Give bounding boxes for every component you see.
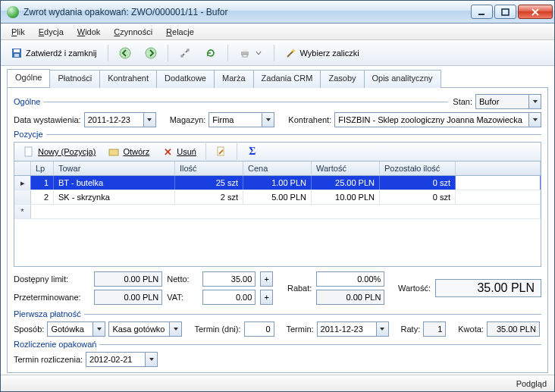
sum-button[interactable]: Σ [241,143,264,161]
group-settlement-label: Rozliczenie opakowań [14,340,99,349]
termin-dni-label: Termin (dni): [194,325,240,334]
sposob-dropdown[interactable] [92,321,105,337]
termin-input[interactable] [317,321,376,337]
stan-value[interactable] [475,94,528,109]
col-rowmark [14,162,31,175]
tab-strip: Ogólne Płatności Kontrahent Dodatkowe Ma… [7,69,548,88]
wand-icon [285,47,297,59]
kontrahent-input[interactable] [334,112,528,127]
tab-dodatkowe[interactable]: Dodatkowe [156,70,215,88]
svg-point-7 [180,55,183,58]
stan-dropdown[interactable] [528,94,541,109]
close-button[interactable] [518,5,553,19]
svg-rect-10 [243,49,247,52]
svg-point-6 [146,48,156,58]
wartosc-value: 35.00 PLN [435,279,541,297]
maximize-button[interactable] [494,5,516,19]
col-cena[interactable]: Cena [243,162,312,175]
preview-link[interactable]: Podgląd [516,379,547,388]
new-position-button[interactable]: Nowy (Pozycja) [17,143,101,161]
confirm-close-button[interactable]: Zatwierdź i zamknij [5,44,102,62]
new-row-icon: * [14,205,31,218]
table-row[interactable]: 2 SK - skrzynka 2 szt 5.00 PLN 10.00 PLN… [14,190,541,205]
col-towar[interactable]: Towar [54,162,175,175]
vat-plus-button[interactable]: + [260,290,273,305]
termin-dni-input[interactable] [244,321,274,337]
table-row-new[interactable]: * [14,205,541,219]
tab-platnosci[interactable]: Płatności [49,70,100,88]
raty-label: Raty: [401,325,421,334]
open-icon [108,146,120,158]
date-input[interactable] [84,112,143,127]
arrow-right-icon [145,47,157,59]
svg-rect-11 [243,55,247,57]
kwota-input[interactable] [487,321,540,337]
magazyn-input[interactable] [209,112,262,127]
edit-button[interactable] [210,143,233,161]
print-icon [239,47,251,59]
magazyn-label: Magazyn: [170,115,206,124]
tools-button[interactable] [174,44,196,62]
rabat-value: 0.00 PLN [316,290,384,305]
positions-toolbar: Nowy (Pozycja) Otwórz ✕Usuń Σ [14,142,541,162]
raty-input[interactable] [423,321,446,337]
window-title: Zwrot wydania opakowań: ZWO/000001/11 - … [24,7,471,17]
overdue-label: Przeterminowane: [14,293,89,302]
menu-widok[interactable]: Widok [71,26,107,38]
tab-opis-analityczny[interactable]: Opis analityczny [364,70,441,88]
tab-zadania-crm[interactable]: Zadania CRM [253,70,321,88]
netto-value[interactable]: 35.00 [202,271,256,287]
menu-bar: Plik Edycja Widok Czynności Relacje [1,24,554,40]
termin-dropdown[interactable] [376,321,389,337]
netto-plus-button[interactable]: + [260,271,273,287]
kontrahent-dropdown[interactable] [528,112,541,127]
tab-zasoby[interactable]: Zasoby [320,70,364,88]
vat-value[interactable]: 0.00 [202,290,256,305]
tab-panel-ogolne: Ogólne Stan: Data wystawienia: Magazyn: … [7,88,548,373]
date-label: Data wystawienia: [14,115,81,124]
kasa-input[interactable] [108,321,169,337]
group-payment-label: Pierwsza płatność [14,309,84,318]
settlement-termin-label: Termin rozliczenia: [14,355,83,364]
settlement-termin-input[interactable] [86,352,145,367]
sposob-input[interactable] [47,321,92,337]
rabat-pct[interactable]: 0.00% [316,271,384,287]
edit-icon [215,146,227,158]
termin-label: Termin: [287,325,314,334]
arrow-left-icon [119,47,131,59]
menu-plik[interactable]: Plik [5,26,31,38]
col-lp[interactable]: Lp [31,162,54,175]
refresh-icon [205,47,217,59]
refresh-button[interactable] [199,44,222,62]
table-row[interactable]: ▸ 1 BT - butelka 25 szt 1.00 PLN 25.00 P… [14,176,541,190]
title-bar[interactable]: Zwrot wydania opakowań: ZWO/000001/11 - … [1,1,554,24]
open-position-button[interactable]: Otwórz [102,143,155,161]
tab-marza[interactable]: Marża [214,70,254,88]
kasa-dropdown[interactable] [169,321,182,337]
magazyn-dropdown[interactable] [262,112,274,127]
positions-grid[interactable]: Lp Towar Ilość Cena Wartość Pozostało il… [14,162,541,267]
nav-fwd-button[interactable] [140,44,162,62]
delete-position-button[interactable]: ✕Usuń [156,143,202,161]
col-pozostalo[interactable]: Pozostało ilość [380,162,456,175]
minimize-button[interactable] [471,5,493,19]
print-button[interactable] [234,44,268,62]
nav-back-button[interactable] [114,44,136,62]
netto-label: Netto: [167,274,198,284]
settlement-termin-dropdown[interactable] [145,352,158,367]
tab-kontrahent[interactable]: Kontrahent [99,70,157,88]
tab-ogolne[interactable]: Ogólne [7,69,50,87]
col-wartosc[interactable]: Wartość [312,162,380,175]
select-advances-button[interactable]: Wybierz zaliczki [280,44,365,62]
kwota-label: Kwota: [458,325,484,334]
col-ilosc[interactable]: Ilość [175,162,243,175]
kontrahent-label: Kontrahent: [288,115,331,124]
svg-rect-13 [109,149,118,155]
limit-value: 0.00 PLN [94,271,162,287]
svg-point-8 [187,49,190,52]
menu-relacje[interactable]: Relacje [160,26,200,38]
delete-icon: ✕ [161,146,174,158]
menu-edycja[interactable]: Edycja [33,26,70,38]
menu-czynnosci[interactable]: Czynności [108,26,158,38]
date-dropdown[interactable] [143,112,156,127]
